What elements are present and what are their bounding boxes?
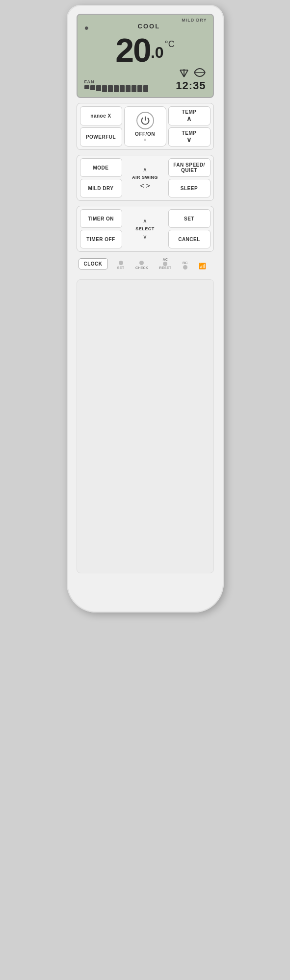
select-down-arrow: ∨ [143, 233, 147, 240]
fan-bar [143, 85, 148, 92]
rc-indicator: RC [183, 261, 188, 270]
temp-down-arrow: ∨ [186, 136, 192, 144]
lcd-right-icons: 12:35 [176, 68, 206, 92]
reset-label: RESET [159, 266, 172, 270]
clock-display: 12:35 [176, 79, 206, 92]
wifi-icon: 📶 [199, 263, 206, 270]
ac-indicator: AC RESET [159, 258, 172, 270]
offon-circle [136, 112, 154, 129]
lcd-icons [178, 68, 206, 77]
signal-icon: ●︎ [84, 24, 89, 32]
nanoex-button[interactable]: nanoe X [80, 106, 122, 125]
rc-label: RC [183, 261, 188, 265]
offon-dot [144, 139, 146, 141]
svg-line-2 [184, 70, 188, 77]
fan-bar [96, 85, 101, 91]
remote-control: MILD DRY ●︎ COOL 20 .0 °C FAN [67, 5, 224, 612]
swing-icon [193, 68, 206, 77]
cancel-button[interactable]: CANCEL [168, 230, 211, 248]
temp-down-label: TEMP [182, 130, 197, 136]
fan-bar [137, 85, 142, 92]
temp-up-arrow: ∧ [186, 115, 192, 122]
temperature-decimal: .0 [151, 44, 164, 62]
temperature-integer: 20 [115, 33, 151, 67]
set-button[interactable]: SET [168, 209, 211, 228]
offon-button[interactable]: OFF/ON [124, 106, 166, 147]
timer-on-button[interactable]: TIMER ON [80, 209, 122, 228]
airswing-cell: ∧ AIR SWING < > [124, 158, 166, 197]
mild-dry-button[interactable]: MILD DRY [80, 179, 122, 197]
set-dot [119, 261, 123, 265]
mode-button[interactable]: MODE [80, 158, 122, 177]
select-up-arrow: ∧ [143, 218, 147, 224]
timer-off-button[interactable]: TIMER OFF [80, 230, 122, 248]
wifi-indicator: 📶 [199, 263, 206, 270]
fan-bar [132, 85, 136, 92]
rc-dot [183, 265, 187, 270]
ac-dot [163, 262, 167, 266]
airswing-up-arrow: ∧ [143, 166, 147, 173]
fan-bar-display [84, 85, 148, 92]
bottom-row: CLOCK SET CHECK AC RESET RC 📶 [77, 257, 214, 270]
mild-dry-label: MILD DRY [182, 18, 207, 23]
temp-up-label: TEMP [182, 109, 197, 115]
airswing-horiz-arrows: < > [140, 182, 150, 190]
fan-bar [120, 85, 125, 92]
airswing-label: AIR SWING [132, 175, 158, 180]
fan-label: FAN [84, 79, 148, 84]
indicator-group: SET CHECK AC RESET RC 📶 [112, 258, 212, 270]
set-indicator-label: SET [117, 266, 125, 270]
mode-display: COOL [92, 23, 206, 30]
set-indicator: SET [117, 261, 125, 270]
top-button-section: nanoe X OFF/ON TEMP ∧ POWERFUL TEMP ∨ [77, 103, 214, 150]
fan-bar [90, 85, 95, 90]
select-label: SELECT [135, 226, 155, 231]
temp-down-button[interactable]: TEMP ∨ [168, 127, 211, 147]
ac-label: AC [163, 258, 168, 261]
mode-section: MODE ∧ AIR SWING < > FAN SPEED/ QUIET MI… [77, 155, 214, 201]
lower-body [77, 279, 214, 573]
fan-speed-button[interactable]: FAN SPEED/ QUIET [168, 158, 211, 177]
offon-label: OFF/ON [135, 131, 155, 137]
clock-button[interactable]: CLOCK [79, 258, 108, 270]
temp-up-button[interactable]: TEMP ∧ [168, 106, 211, 125]
sleep-button[interactable]: SLEEP [168, 179, 211, 197]
lcd-display: MILD DRY ●︎ COOL 20 .0 °C FAN [77, 14, 214, 98]
select-cell: ∧ SELECT ∨ [124, 209, 166, 248]
check-dot [139, 261, 144, 265]
fan-bar [114, 85, 119, 92]
powerful-button[interactable]: POWERFUL [80, 127, 122, 147]
fan-bar [84, 85, 89, 89]
fan-bar [102, 85, 107, 92]
fan-icon [178, 68, 190, 77]
fan-bar [126, 85, 131, 92]
fan-bar [108, 85, 113, 92]
power-icon [140, 116, 150, 125]
temperature-unit: °C [165, 39, 175, 49]
check-indicator: CHECK [135, 261, 148, 270]
check-indicator-label: CHECK [135, 266, 148, 270]
svg-line-0 [180, 70, 184, 77]
timer-section: TIMER ON ∧ SELECT ∨ SET TIMER OFF CANCEL [77, 206, 214, 252]
